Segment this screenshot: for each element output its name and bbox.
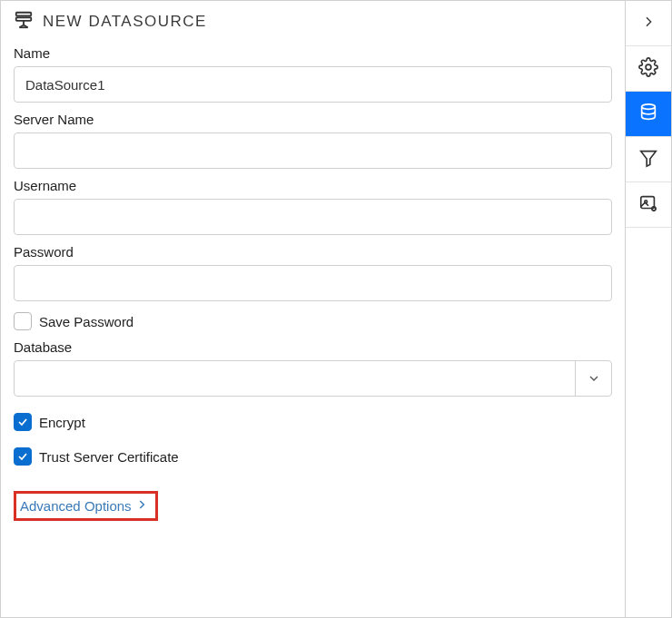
encrypt-label: Encrypt: [39, 415, 85, 430]
server-name-label: Server Name: [14, 112, 612, 127]
name-input[interactable]: [14, 66, 612, 103]
encrypt-row[interactable]: Encrypt: [14, 413, 612, 431]
save-password-checkbox[interactable]: [14, 312, 32, 330]
sidebar-item-datasource[interactable]: [626, 92, 671, 137]
svg-point-7: [642, 104, 656, 110]
database-select[interactable]: [14, 360, 612, 397]
chevron-right-icon: [641, 15, 656, 32]
username-input[interactable]: [14, 199, 612, 235]
database-icon: [638, 103, 658, 125]
right-sidebar: [626, 1, 671, 617]
panel-header: NEW DATASOURCE: [14, 10, 612, 33]
password-input[interactable]: [14, 265, 612, 301]
filter-icon: [638, 148, 658, 171]
svg-rect-0: [16, 13, 32, 16]
chevron-down-icon[interactable]: [575, 361, 611, 396]
svg-marker-8: [641, 152, 657, 167]
advanced-options-label: Advanced Options: [20, 498, 132, 514]
name-label: Name: [14, 45, 612, 61]
main-panel: NEW DATASOURCE Name Server Name Username…: [1, 1, 626, 617]
panel-title: NEW DATASOURCE: [43, 13, 207, 31]
database-select-value: [15, 361, 575, 396]
advanced-options-link[interactable]: Advanced Options: [14, 491, 158, 521]
username-label: Username: [14, 178, 612, 193]
sidebar-item-collapse[interactable]: [626, 1, 671, 46]
trust-cert-label: Trust Server Certificate: [39, 449, 179, 465]
svg-rect-1: [16, 17, 32, 21]
datasource-header-icon: [14, 10, 34, 33]
gear-icon: [638, 57, 658, 80]
save-password-label: Save Password: [39, 314, 133, 329]
sidebar-item-settings[interactable]: [626, 46, 671, 92]
svg-point-6: [646, 64, 651, 70]
chevron-right-icon: [135, 498, 148, 514]
image-settings-icon: [638, 193, 658, 216]
password-label: Password: [14, 244, 612, 260]
trust-cert-checkbox[interactable]: [14, 447, 32, 466]
trust-cert-row[interactable]: Trust Server Certificate: [14, 447, 612, 466]
database-label: Database: [14, 339, 612, 355]
save-password-row[interactable]: Save Password: [14, 312, 612, 330]
sidebar-item-image[interactable]: [626, 182, 671, 228]
sidebar-item-filter[interactable]: [626, 137, 671, 182]
encrypt-checkbox[interactable]: [14, 413, 32, 431]
server-name-input[interactable]: [14, 132, 612, 169]
